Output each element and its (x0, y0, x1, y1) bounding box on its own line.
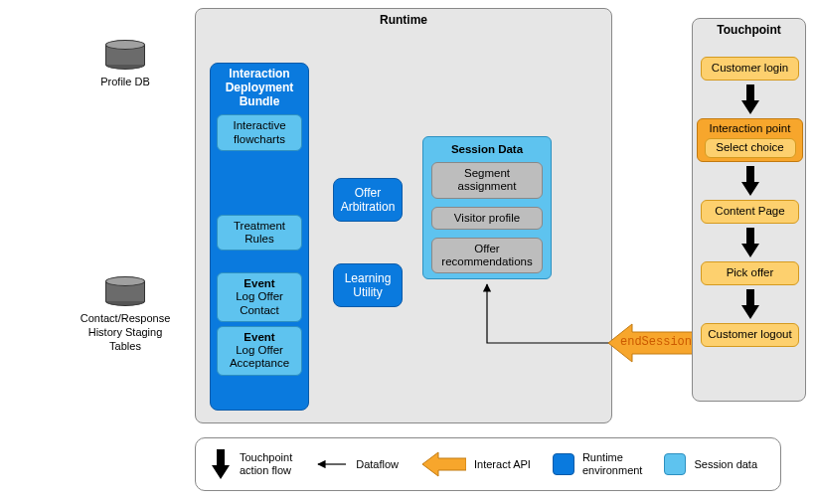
legend-interact-api-label: Interact API (474, 458, 531, 471)
legend-runtime-env: Runtimeenvironment (553, 451, 643, 476)
legend-interact-api: Interact API (420, 449, 531, 479)
action-arrow-icon (210, 447, 232, 481)
event-label: Event (244, 277, 274, 289)
treatment-rules-block: TreatmentRules (217, 215, 302, 251)
offer-recommendations: Offerrecommendations (431, 238, 543, 273)
event-label: Event (244, 331, 274, 343)
offer-arbitration-label: OfferArbitration (341, 186, 396, 214)
touch-ip-label: Interaction point (710, 122, 791, 137)
learning-utility-box: LearningUtility (333, 263, 403, 307)
touch-interaction-point: Interaction point Select choice (697, 118, 803, 162)
segment-assignment: Segmentassignment (431, 162, 543, 198)
event-log-contact-body: Log OfferContact (236, 290, 283, 315)
event-log-acceptance: Event Log OfferAcceptance (217, 326, 302, 376)
ch-staging-db: Contact/ResponseHistory StagingTables (56, 276, 195, 353)
visitor-profile: Visitor profile (431, 207, 543, 230)
touch-customer-logout: Customer logout (701, 323, 799, 347)
legend-session-data: Session data (664, 453, 757, 475)
deployment-bundle-title: InteractionDeploymentBundle (211, 64, 308, 110)
legend-dataflow-label: Dataflow (356, 458, 399, 471)
action-arrow-icon (739, 83, 761, 116)
runtime-swatch-icon (553, 453, 574, 475)
touchpoint-panel: Touchpoint Customer login Interaction po… (692, 18, 806, 402)
legend-action-flow-label: Touchpointaction flow (240, 451, 292, 476)
legend-runtime-env-label: Runtimeenvironment (582, 451, 643, 476)
touchpoint-title: Touchpoint (717, 23, 780, 37)
action-arrow-icon (739, 164, 761, 198)
flowcharts-block: Interactiveflowcharts (217, 114, 302, 150)
end-session-label: endSession (620, 335, 692, 349)
database-icon (105, 40, 145, 70)
event-log-acceptance-body: Log OfferAcceptance (230, 344, 289, 369)
session-data-box: Session Data Segmentassignment Visitor p… (422, 136, 552, 279)
learning-utility-label: LearningUtility (345, 271, 392, 299)
touch-login: Customer login (701, 57, 799, 81)
runtime-panel: Runtime InteractionDeploymentBundle Inte… (195, 8, 612, 423)
action-arrow-icon (739, 226, 761, 259)
profile-db: Profile DB (66, 40, 185, 89)
interact-api-arrow-icon (420, 449, 466, 479)
session-swatch-icon (664, 453, 686, 475)
legend: Touchpointaction flow Dataflow Interact … (195, 437, 781, 491)
event-log-contact: Event Log OfferContact (217, 272, 302, 322)
touch-select-choice: Select choice (705, 138, 796, 158)
offer-arbitration-box: OfferArbitration (333, 178, 403, 222)
legend-session-data-label: Session data (694, 458, 757, 471)
touch-pick-offer: Pick offer (701, 261, 799, 285)
touch-content-page: Content Page (701, 200, 799, 224)
database-icon (105, 276, 145, 306)
legend-dataflow: Dataflow (314, 458, 399, 471)
legend-action-flow: Touchpointaction flow (210, 447, 292, 481)
ch-staging-db-label: Contact/ResponseHistory StagingTables (56, 312, 195, 353)
profile-db-label: Profile DB (66, 76, 185, 89)
action-arrow-icon (739, 287, 761, 321)
session-data-title: Session Data (425, 141, 549, 158)
runtime-title: Runtime (380, 13, 427, 27)
deployment-bundle: InteractionDeploymentBundle Interactivef… (210, 63, 309, 411)
dataflow-arrow-icon (314, 458, 348, 470)
